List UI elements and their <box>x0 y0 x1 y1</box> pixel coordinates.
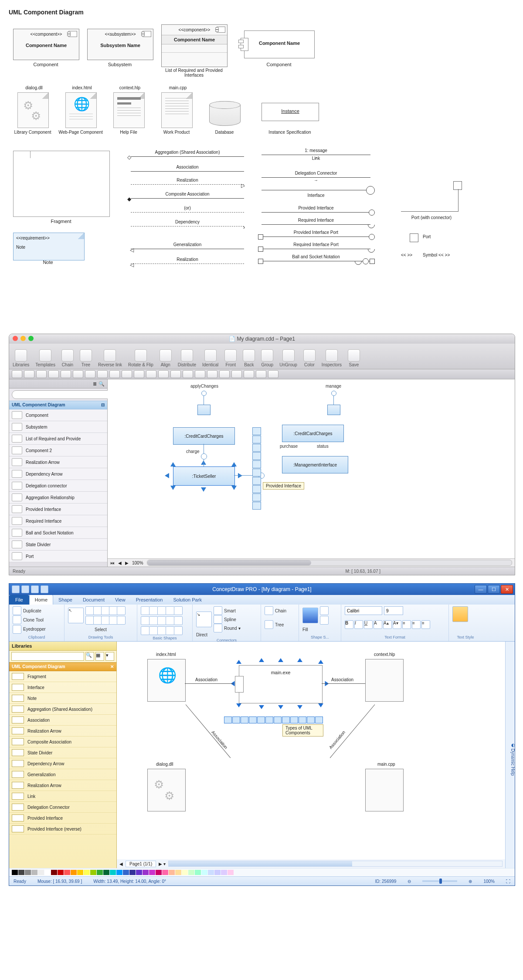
canvas-flyout[interactable] <box>224 716 323 723</box>
sidebar-item[interactable]: Aggregation Relationship <box>9 492 107 504</box>
swatch[interactable] <box>136 870 142 875</box>
subtool-13[interactable] <box>170 370 181 378</box>
sidebar-item[interactable]: Port <box>9 551 107 562</box>
tree-button[interactable]: Tree <box>265 620 295 629</box>
zoom-out-button[interactable]: ⊖ <box>408 879 411 884</box>
subtool-6[interactable] <box>85 370 95 378</box>
tab-solution-park[interactable]: Solution Park <box>168 595 207 605</box>
swatch[interactable] <box>71 870 77 875</box>
node-dll[interactable]: ⚙⚙ <box>147 769 186 811</box>
align-left-button[interactable]: ≡ <box>402 620 411 629</box>
sidebar-item[interactable]: Note <box>9 693 116 704</box>
zoom-in-button[interactable]: ⊕ <box>469 879 472 884</box>
swatch[interactable] <box>175 870 181 875</box>
search-icon[interactable]: 🔍 <box>98 381 105 387</box>
sidebar-item[interactable]: Link <box>9 791 116 802</box>
swatch[interactable] <box>143 870 149 875</box>
node-mainexe[interactable]: main.exe <box>239 665 323 703</box>
subtool-11[interactable] <box>146 370 156 378</box>
swatch[interactable] <box>38 870 44 875</box>
swatch[interactable] <box>201 870 207 875</box>
tab-home[interactable]: Home <box>29 595 53 605</box>
sidebar-item[interactable]: Realization Arrow <box>9 726 116 737</box>
toolbar-group[interactable]: Group <box>261 349 273 369</box>
zoom-button[interactable] <box>28 336 34 341</box>
swatch[interactable] <box>156 870 162 875</box>
page-tab[interactable]: Page1 (1/1) <box>126 861 156 867</box>
swatch[interactable] <box>44 870 51 875</box>
maximize-button[interactable]: ☐ <box>488 585 500 594</box>
swatch[interactable] <box>169 870 175 875</box>
mac-canvas[interactable]: applyChanges manage :CreditCardCharges :… <box>108 379 515 567</box>
font-size-select[interactable] <box>384 606 403 615</box>
swatch[interactable] <box>18 870 24 875</box>
minimize-button[interactable]: — <box>475 585 487 594</box>
node-ccc1[interactable]: :CreditCardCharges <box>173 427 235 445</box>
node-context[interactable] <box>365 659 404 702</box>
tab-view[interactable]: View <box>110 595 131 605</box>
subtool-9[interactable] <box>122 370 132 378</box>
bold-button[interactable]: B <box>345 620 353 629</box>
sidebar-item[interactable]: Provided Interface <box>9 813 116 824</box>
toolbar-front[interactable]: Front <box>224 349 237 369</box>
subtool-0[interactable] <box>12 370 22 378</box>
subtool-15[interactable] <box>195 370 205 378</box>
swatch[interactable] <box>90 870 96 875</box>
close-button[interactable] <box>13 336 18 341</box>
swatch[interactable] <box>103 870 109 875</box>
sidebar-item[interactable]: Dependency Arrow <box>9 468 107 480</box>
subtool-21[interactable] <box>268 370 278 378</box>
sidebar-item[interactable]: Required Interface <box>9 515 107 527</box>
dynamic-help-tab[interactable]: ◐ Dynamic Help <box>505 642 515 868</box>
toolbar-distribute[interactable]: Distribute <box>178 349 196 369</box>
node-index[interactable]: 🌐 <box>147 659 186 702</box>
subtool-7[interactable] <box>97 370 108 378</box>
swatch[interactable] <box>221 870 227 875</box>
toolbar-ungroup[interactable]: UnGroup <box>279 349 297 369</box>
tab-shape[interactable]: Shape <box>53 595 78 605</box>
swatch[interactable] <box>228 870 234 875</box>
toolbar-inspectors[interactable]: Inspectors <box>322 349 342 369</box>
node-ticketseller[interactable]: :TicketSeller <box>173 466 235 486</box>
nav-prev[interactable]: ◀ <box>118 561 122 565</box>
sidebar-controls[interactable]: ≣🔍 <box>9 379 107 389</box>
swatch[interactable] <box>123 870 129 875</box>
lib-add-button[interactable]: ▦ <box>95 652 104 661</box>
subtool-16[interactable] <box>207 370 217 378</box>
swatch[interactable] <box>84 870 90 875</box>
lib-menu-button[interactable]: ▾ <box>105 652 114 661</box>
qat-save-icon[interactable] <box>12 585 20 593</box>
toolbar-reverse-link[interactable]: Reverse link <box>98 349 122 369</box>
sidebar-item[interactable]: Ball and Socket Notation <box>9 527 107 539</box>
subtool-1[interactable] <box>24 370 34 378</box>
nav-first[interactable]: ⏮ <box>110 561 115 565</box>
subtool-20[interactable] <box>256 370 266 378</box>
toolbar-chain[interactable]: Chain <box>61 349 74 369</box>
sidebar-item[interactable]: Realization Arrow <box>9 456 107 468</box>
nav-prev[interactable]: ◀ <box>119 862 123 866</box>
toolbar-align[interactable]: Align <box>160 349 172 369</box>
swatch[interactable] <box>58 870 64 875</box>
port-manage[interactable] <box>327 405 340 415</box>
subtool-19[interactable] <box>244 370 254 378</box>
subtool-8[interactable] <box>109 370 120 378</box>
search-input[interactable] <box>12 390 112 399</box>
direct-connector-button[interactable]: ↘ <box>196 612 212 627</box>
swatch[interactable] <box>162 870 168 875</box>
toolbar-back[interactable]: Back <box>243 349 255 369</box>
flyout-item[interactable] <box>252 427 261 435</box>
h-scrollbar[interactable] <box>168 861 503 867</box>
swatch[interactable] <box>182 870 188 875</box>
text-style-button[interactable] <box>452 606 468 622</box>
minimize-button[interactable] <box>20 336 26 341</box>
port-apply[interactable] <box>197 405 211 415</box>
node-mgmt[interactable]: :ManagementInterface <box>282 456 348 473</box>
swatch[interactable] <box>208 870 214 875</box>
sidebar-item[interactable]: Generalization <box>9 769 116 780</box>
grow-font-button[interactable]: A▴ <box>383 620 392 629</box>
underline-button[interactable]: U <box>364 620 373 629</box>
subtool-18[interactable] <box>231 370 242 378</box>
sidebar-item[interactable]: Dependency Arrow <box>9 758 116 769</box>
duplicate-button[interactable]: Duplicate <box>13 606 61 615</box>
color-swatches[interactable] <box>9 868 515 876</box>
